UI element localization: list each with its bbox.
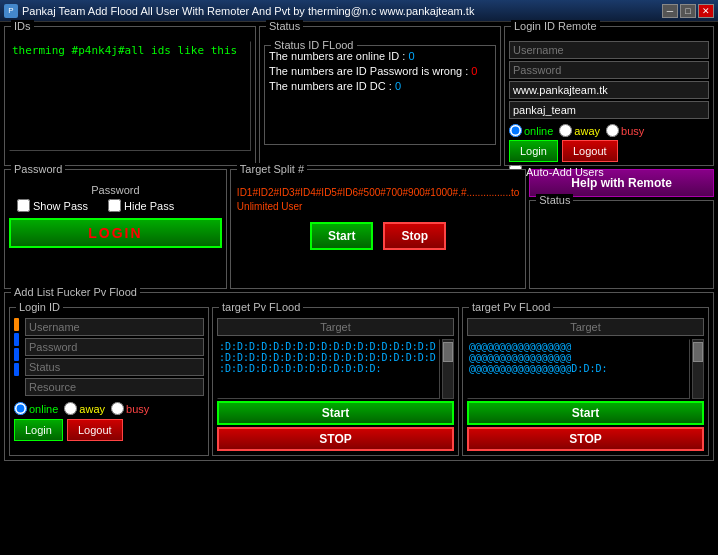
pv1-scroll-thumb bbox=[443, 342, 453, 362]
status-dc-line: The numbers are ID DC : 0 bbox=[269, 80, 491, 92]
bottom-busy-radio[interactable] bbox=[111, 402, 124, 415]
show-pass-checkbox[interactable] bbox=[17, 199, 30, 212]
status-online-line: The numbers are online ID : 0 bbox=[269, 50, 491, 62]
bottom-busy-radio-label[interactable]: busy bbox=[111, 402, 149, 415]
remote-busy-radio-label[interactable]: busy bbox=[606, 124, 644, 137]
hide-pass-text: Hide Pass bbox=[124, 200, 174, 212]
bottom-status-input[interactable] bbox=[25, 358, 204, 376]
bottom-online-radio-label[interactable]: online bbox=[14, 402, 58, 415]
target-pv-col-1: target Pv FLood :D:D:D:D:D:D:D:D:D:D:D:D… bbox=[212, 307, 459, 456]
hide-pass-checkbox[interactable] bbox=[108, 199, 121, 212]
minimize-button[interactable]: ─ bbox=[662, 4, 678, 18]
login-remote-group: Login ID Remote online away busy bbox=[504, 26, 714, 166]
target-pv1-input[interactable] bbox=[217, 318, 454, 336]
bottom-busy-text: busy bbox=[126, 403, 149, 415]
auto-add-label: Auto-Add Users bbox=[526, 166, 604, 178]
remote-username-input[interactable] bbox=[509, 41, 709, 59]
status-right-label: Status bbox=[536, 194, 573, 206]
target-pv2-stop-button[interactable]: STOP bbox=[467, 427, 704, 451]
bottom-section: Add List Fucker Pv Flood Login ID bbox=[4, 292, 714, 461]
remote-pankaj-input[interactable] bbox=[509, 101, 709, 119]
target-pv2-textarea-wrap: @@@@@@@@@@@@@@@@@ @@@@@@@@@@@@@@@@@ @@@@… bbox=[467, 339, 704, 399]
color-bar-2 bbox=[14, 333, 19, 346]
title-bar-buttons: ─ □ ✕ bbox=[662, 4, 714, 18]
stop-button[interactable]: Stop bbox=[383, 222, 446, 250]
remote-btn-row: Login Logout bbox=[509, 140, 709, 162]
title-bar: P Pankaj Team Add Flood All User With Re… bbox=[0, 0, 718, 22]
bottom-btn-row: Login Logout bbox=[14, 419, 204, 441]
target-pv2-textarea[interactable]: @@@@@@@@@@@@@@@@@ @@@@@@@@@@@@@@@@@ @@@@… bbox=[467, 339, 690, 399]
show-pass-label[interactable]: Show Pass bbox=[17, 199, 88, 212]
target-pv2-input[interactable] bbox=[467, 318, 704, 336]
pv1-scrollbar[interactable] bbox=[442, 339, 454, 399]
target-pv1-start-button[interactable]: Start bbox=[217, 401, 454, 425]
bottom-radio-row: online away busy bbox=[14, 402, 204, 415]
login-id-col: Login ID bbox=[9, 307, 209, 456]
target-pv-col-2-label: target Pv FLood bbox=[469, 301, 553, 313]
status-password-line: The numbers are ID Password is wrong : 0 bbox=[269, 65, 491, 77]
ids-group: IDs therming #p4nk4j#all ids like this bbox=[4, 26, 256, 166]
pv2-scroll-thumb bbox=[693, 342, 703, 362]
remote-login-button[interactable]: Login bbox=[509, 140, 558, 162]
ids-textarea[interactable]: therming #p4nk4j#all ids like this bbox=[9, 41, 251, 151]
remote-online-radio-label[interactable]: online bbox=[509, 124, 553, 137]
start-stop-row: Start Stop bbox=[235, 222, 521, 250]
remote-logout-button[interactable]: Logout bbox=[562, 140, 618, 162]
close-button[interactable]: ✕ bbox=[698, 4, 714, 18]
password-label: Password bbox=[11, 163, 65, 175]
target-pv1-textarea-wrap: :D:D:D:D:D:D:D:D:D:D:D:D:D:D:D:D:D:D:D:D… bbox=[217, 339, 454, 399]
status-id-flood-group: Status ID FLood The numbers are online I… bbox=[264, 45, 496, 145]
remote-busy-radio[interactable] bbox=[606, 124, 619, 137]
bottom-login-button[interactable]: Login bbox=[14, 419, 63, 441]
status-id-flood-label: Status ID FLood bbox=[271, 39, 357, 51]
target-split-text: ID1#ID2#ID3#ID4#ID5#ID6#500#700#900#1000… bbox=[235, 184, 521, 216]
remote-busy-text: busy bbox=[621, 125, 644, 137]
target-split-group: Target Split # ID1#ID2#ID3#ID4#ID5#ID6#5… bbox=[230, 169, 526, 289]
hide-pass-label[interactable]: Hide Pass bbox=[108, 199, 174, 212]
target-pv1-textarea[interactable]: :D:D:D:D:D:D:D:D:D:D:D:D:D:D:D:D:D:D:D:D… bbox=[217, 339, 440, 399]
target-pv-col-1-label: target Pv FLood bbox=[219, 301, 303, 313]
start-button[interactable]: Start bbox=[310, 222, 373, 250]
login-id-inputs bbox=[25, 318, 204, 398]
remote-away-radio-label[interactable]: away bbox=[559, 124, 600, 137]
target-pv1-stop-button[interactable]: STOP bbox=[217, 427, 454, 451]
color-bars bbox=[14, 318, 19, 398]
ids-label: IDs bbox=[11, 20, 34, 32]
remote-website-input[interactable] bbox=[509, 81, 709, 99]
bottom-password-input[interactable] bbox=[25, 338, 204, 356]
bottom-username-input[interactable] bbox=[25, 318, 204, 336]
bottom-online-text: online bbox=[29, 403, 58, 415]
login-remote-label: Login ID Remote bbox=[511, 20, 600, 32]
bottom-resource-input[interactable] bbox=[25, 378, 204, 396]
remote-online-radio[interactable] bbox=[509, 124, 522, 137]
middle-row: Password Password Show Pass Hide Pass LO… bbox=[4, 169, 714, 289]
show-hide-row: Show Pass Hide Pass bbox=[9, 199, 222, 212]
target-pv-col-2: target Pv FLood @@@@@@@@@@@@@@@@@ @@@@@@… bbox=[462, 307, 709, 456]
login-id-inner bbox=[14, 318, 204, 398]
color-bar-1 bbox=[14, 318, 19, 331]
password-count: 0 bbox=[471, 65, 477, 77]
bottom-logout-button[interactable]: Logout bbox=[67, 419, 123, 441]
main-login-button[interactable]: LOGIN bbox=[9, 218, 222, 248]
pv2-scrollbar[interactable] bbox=[692, 339, 704, 399]
dc-count: 0 bbox=[395, 80, 401, 92]
color-bar-3 bbox=[14, 348, 19, 361]
target-pv2-start-button[interactable]: Start bbox=[467, 401, 704, 425]
bottom-away-text: away bbox=[79, 403, 105, 415]
password-field-label: Password bbox=[9, 184, 222, 196]
bottom-away-radio[interactable] bbox=[64, 402, 77, 415]
remote-online-text: online bbox=[524, 125, 553, 137]
password-group: Password Password Show Pass Hide Pass LO… bbox=[4, 169, 227, 289]
title-bar-left: P Pankaj Team Add Flood All User With Re… bbox=[4, 4, 474, 18]
bottom-online-radio[interactable] bbox=[14, 402, 27, 415]
remote-password-input[interactable] bbox=[509, 61, 709, 79]
remote-away-radio[interactable] bbox=[559, 124, 572, 137]
online-count: 0 bbox=[408, 50, 414, 62]
auto-add-row: Auto-Add Users bbox=[509, 165, 709, 178]
title-bar-text: Pankaj Team Add Flood All User With Remo… bbox=[22, 5, 474, 17]
main-content: IDs therming #p4nk4j#all ids like this S… bbox=[0, 22, 718, 555]
maximize-button[interactable]: □ bbox=[680, 4, 696, 18]
color-bar-4 bbox=[14, 363, 19, 376]
bottom-away-radio-label[interactable]: away bbox=[64, 402, 105, 415]
right-middle-col: Help with Remote Status bbox=[529, 169, 714, 289]
